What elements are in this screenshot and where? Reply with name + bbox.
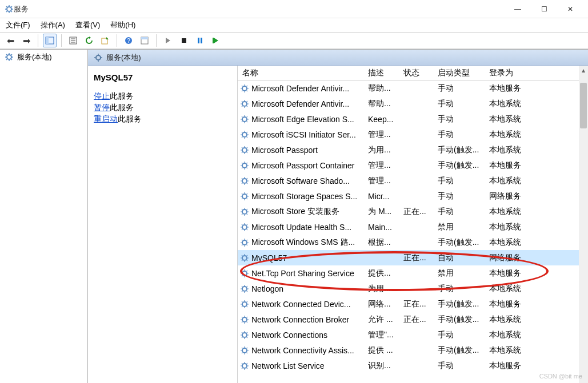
col-name[interactable]: 名称: [240, 68, 366, 78]
cell-desc: 管理...: [366, 160, 401, 171]
service-row[interactable]: Netlogon为用...手动本地系统: [238, 281, 588, 296]
app-icon: [5, 5, 14, 14]
service-row[interactable]: Microsoft Defender Antivir...帮助...手动本地服务: [238, 80, 588, 96]
service-row[interactable]: Network List Service识别...手动本地服务: [238, 358, 588, 373]
forward-button[interactable]: ➡: [19, 34, 33, 47]
service-row[interactable]: Network Connections管理"...手动本地系统: [238, 327, 588, 342]
service-row[interactable]: Microsoft Defender Antivir...帮助...手动本地系统: [238, 96, 588, 111]
svg-rect-11: [141, 37, 148, 39]
service-row[interactable]: Microsoft Edge Elevation S...Keep...手动本地…: [238, 111, 588, 127]
svg-point-23: [242, 163, 247, 168]
service-row[interactable]: Microsoft Windows SMS 路...根据...手动(触发...本…: [238, 235, 588, 250]
pause-service-button[interactable]: [193, 34, 207, 47]
stop-link[interactable]: 停止: [94, 91, 110, 100]
gear-icon: [5, 53, 14, 62]
scroll-up-icon[interactable]: ▴: [579, 66, 588, 75]
service-name-cell: Network List Service: [240, 361, 366, 370]
service-row[interactable]: Net.Tcp Port Sharing Service提供...禁用本地服务: [238, 265, 588, 281]
gear-icon: [240, 330, 249, 340]
cell-startup: 手动(触发...: [435, 145, 487, 155]
start-service-button[interactable]: [161, 34, 175, 47]
service-row[interactable]: Microsoft iSCSI Initiator Ser...管理...手动本…: [238, 127, 588, 142]
svg-point-32: [242, 302, 247, 307]
scroll-thumb[interactable]: [580, 83, 587, 128]
cell-logon: 本地系统: [487, 176, 538, 186]
service-row[interactable]: Network Connectivity Assis...提供 ...手动(触发…: [238, 342, 588, 358]
restart-service-button[interactable]: [209, 34, 223, 47]
menu-view[interactable]: 查看(V): [75, 20, 100, 30]
restart-link[interactable]: 重启动: [94, 114, 118, 123]
cell-desc: 允许 ...: [366, 315, 401, 325]
svg-point-21: [242, 132, 247, 137]
service-row[interactable]: Network Connection Broker允许 ...正在...手动(触…: [238, 312, 588, 327]
svg-point-18: [242, 86, 247, 91]
svg-point-0: [7, 7, 11, 11]
service-name-label: Microsoft Update Health S...: [251, 223, 351, 232]
menu-file[interactable]: 文件(F): [6, 20, 30, 30]
list-body[interactable]: Microsoft Defender Antivir...帮助...手动本地服务…: [238, 80, 588, 383]
cell-desc: 提供...: [366, 268, 401, 279]
pause-link[interactable]: 暂停: [94, 103, 110, 112]
refresh-button[interactable]: [82, 34, 96, 47]
back-button[interactable]: ⬅: [3, 34, 17, 47]
show-hide-tree-button[interactable]: [43, 34, 57, 47]
service-name-cell: Netlogon: [240, 284, 366, 293]
cell-logon: 本地系统: [487, 284, 538, 294]
svg-point-35: [242, 348, 247, 353]
service-row[interactable]: Microsoft Software Shado...管理...手动本地系统: [238, 173, 588, 188]
service-name-label: MySQL57: [251, 253, 287, 263]
menu-help[interactable]: 帮助(H): [110, 20, 135, 30]
service-name-label: Microsoft Edge Elevation S...: [251, 115, 354, 124]
cell-startup: 自动: [435, 253, 487, 263]
service-row[interactable]: Network Connected Devic...网络...正在...手动(触…: [238, 296, 588, 312]
right-pane: 服务(本地) MySQL57 停止此服务 暂停此服务 重启动此服务 名称 描述: [88, 49, 588, 383]
properties-button[interactable]: [66, 34, 80, 47]
cell-status: 正在...: [401, 315, 435, 325]
col-description[interactable]: 描述: [366, 68, 401, 78]
cell-status: 正在...: [401, 253, 435, 263]
service-row[interactable]: Microsoft Store 安装服务为 M...正在...手动本地系统: [238, 204, 588, 219]
service-row[interactable]: Microsoft Passport Container管理...手动(触发..…: [238, 158, 588, 173]
service-row[interactable]: Microsoft Update Health S...Main...禁用本地系…: [238, 219, 588, 235]
list-detail-button[interactable]: [138, 34, 151, 47]
gear-icon: [240, 192, 249, 201]
col-status[interactable]: 状态: [401, 68, 435, 78]
col-startup[interactable]: 启动类型: [435, 68, 487, 78]
minimize-button[interactable]: —: [505, 1, 531, 18]
cell-logon: 本地服务: [487, 361, 538, 371]
tree-root-item[interactable]: 服务(本地): [0, 51, 87, 63]
cell-logon: 本地系统: [487, 222, 538, 232]
export-button[interactable]: [98, 34, 112, 47]
cell-status: 正在...: [401, 299, 435, 309]
cell-desc: Micr...: [366, 192, 401, 201]
watermark: CSDN @bit me: [539, 373, 582, 380]
stop-service-button[interactable]: [177, 34, 191, 47]
help-button[interactable]: ?: [122, 34, 135, 47]
gear-icon: [240, 130, 249, 139]
cell-desc: 管理"...: [366, 330, 401, 340]
service-name-label: Network Connection Broker: [251, 315, 349, 324]
cell-startup: 手动: [435, 176, 487, 186]
menu-action[interactable]: 操作(A): [41, 20, 65, 30]
maximize-button[interactable]: ☐: [531, 1, 557, 18]
cell-startup: 手动: [435, 114, 487, 124]
cell-startup: 手动: [435, 130, 487, 140]
svg-rect-15: [213, 38, 214, 43]
close-button[interactable]: ✕: [557, 1, 583, 18]
service-row[interactable]: Microsoft Storage Spaces S...Micr...手动网络…: [238, 188, 588, 204]
service-row[interactable]: MySQL57正在...自动网络服务: [238, 250, 588, 265]
cell-logon: 网络服务: [487, 253, 538, 263]
svg-point-31: [242, 287, 247, 291]
list-header: 名称 描述 状态 启动类型 登录为: [238, 66, 588, 80]
restart-suffix: 此服务: [118, 114, 142, 123]
service-name-label: Net.Tcp Port Sharing Service: [251, 269, 354, 278]
service-row[interactable]: Microsoft Passport为用...手动(触发...本地系统: [238, 142, 588, 158]
service-name-label: Microsoft Store 安装服务: [251, 207, 339, 217]
service-name-cell: Microsoft iSCSI Initiator Ser...: [240, 130, 366, 139]
cell-desc: 网络...: [366, 299, 401, 309]
svg-rect-13: [198, 38, 199, 43]
col-logon[interactable]: 登录为: [487, 68, 538, 78]
titlebar: 服务 — ☐ ✕: [0, 0, 588, 18]
scrollbar[interactable]: ▴: [579, 66, 588, 383]
svg-rect-12: [182, 38, 186, 43]
